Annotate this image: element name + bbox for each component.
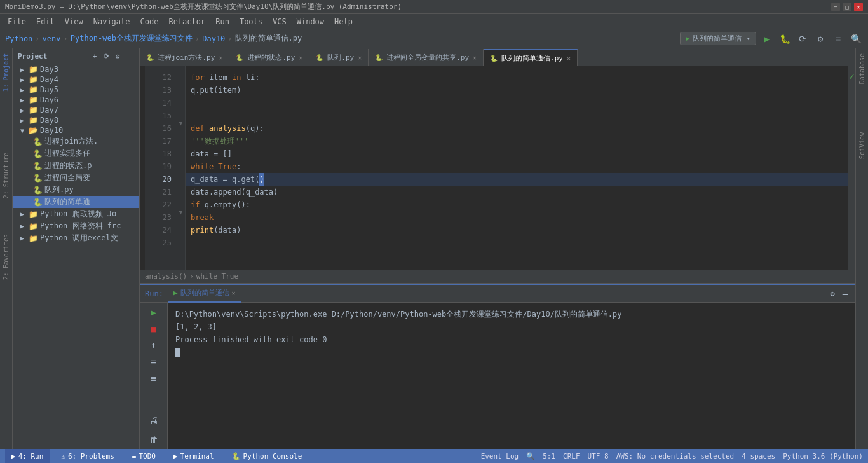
- tree-item-day6[interactable]: ▶ 📁 Day6: [13, 95, 139, 105]
- status-right: Event Log 🔍 5:1 CRLF UTF-8 AWS: No crede…: [481, 452, 863, 460]
- menu-vcs[interactable]: VCS: [268, 14, 292, 29]
- tree-file-queue[interactable]: 🐍 队列.py: [13, 184, 139, 196]
- editor-run-container: 🐍 进程join方法.py ✕ 🐍 进程的状态.py ✕ 🐍 队列.py ✕ 🐍…: [140, 48, 855, 449]
- project-label[interactable]: 1: Project: [1, 48, 11, 97]
- run-tab-close[interactable]: ✕: [232, 289, 236, 296]
- menu-view[interactable]: View: [60, 14, 88, 29]
- run-scroll-top-btn[interactable]: ⬆: [147, 338, 161, 352]
- tab-join[interactable]: 🐍 进程join方法.py ✕: [140, 49, 229, 66]
- run-restart-btn[interactable]: ▶: [147, 305, 161, 319]
- tab-state[interactable]: 🐍 进程的状态.py ✕: [229, 49, 309, 66]
- tree-item-day10[interactable]: ▼ 📂 Day10: [13, 125, 139, 135]
- status-line-ending[interactable]: CRLF: [563, 452, 580, 460]
- sciview-label[interactable]: SciView: [857, 127, 867, 164]
- tree-file-global[interactable]: 🐍 进程间全局变: [13, 172, 139, 184]
- menu-navigate[interactable]: Navigate: [88, 14, 135, 29]
- tree-folder-network[interactable]: ▶ 📁 Python-网络资料 frc: [13, 220, 139, 232]
- sidebar-gear-btn[interactable]: ⚙: [112, 51, 123, 61]
- run-settings-btn[interactable]: ⚙: [827, 289, 837, 299]
- code-area[interactable]: for item in li: q.put(item) def analysis…: [186, 66, 848, 270]
- code-line-15: [186, 109, 848, 122]
- sidebar-add-btn[interactable]: +: [90, 51, 100, 61]
- run-minimize-btn[interactable]: —: [840, 289, 850, 299]
- tree-item-day8[interactable]: ▶ 📁 Day8: [13, 115, 139, 125]
- profile-button[interactable]: ⚙: [813, 32, 827, 46]
- tab-global[interactable]: 🐍 进程间全局变量的共享.py ✕: [369, 49, 484, 66]
- run-tab-queue-comm[interactable]: ▶ 队列的简单通信 ✕: [168, 285, 241, 303]
- sidebar-minus-btn[interactable]: —: [124, 51, 134, 61]
- tab-close-queue[interactable]: ✕: [358, 54, 362, 61]
- coverage-button[interactable]: ⟳: [796, 32, 810, 46]
- tree-item-day5[interactable]: ▶ 📁 Day5: [13, 85, 139, 95]
- database-label[interactable]: Database: [857, 48, 867, 89]
- status-position[interactable]: 5:1: [543, 452, 555, 460]
- bookmark-button[interactable]: ≡: [831, 32, 845, 46]
- status-tab-todo[interactable]: ≡ TODO: [126, 449, 162, 463]
- menu-code[interactable]: Code: [135, 14, 164, 29]
- tree-file-multiprocess[interactable]: 🐍 进程实现多任: [13, 148, 139, 160]
- status-aws[interactable]: AWS: No credentials selected: [616, 452, 734, 460]
- status-encoding[interactable]: UTF-8: [588, 452, 609, 460]
- run-print-btn[interactable]: 🖨: [147, 413, 161, 427]
- tree-file-state[interactable]: 🐍 进程的状态.p: [13, 160, 139, 172]
- menu-file[interactable]: File: [3, 14, 31, 29]
- run-button[interactable]: ▶: [760, 32, 774, 46]
- menu-help[interactable]: Help: [329, 14, 358, 29]
- status-python-version[interactable]: Python 3.6 (Python): [783, 452, 863, 460]
- menu-edit[interactable]: Edit: [31, 14, 60, 29]
- search-button[interactable]: 🔍: [849, 32, 863, 46]
- status-tabs: ▶ 4: Run ⚠ 6: Problems ≡ TODO ▶ Terminal…: [5, 449, 308, 463]
- run-clear-btn[interactable]: 🗑: [147, 432, 161, 446]
- breadcrumb-analysis[interactable]: analysis(): [145, 272, 187, 280]
- tree-folder-excel[interactable]: ▶ 📁 Python-调用excel文: [13, 232, 139, 244]
- breadcrumb-day10[interactable]: Day10: [202, 34, 225, 43]
- run-scroll-btn[interactable]: ≡: [147, 355, 161, 369]
- status-indent[interactable]: 4 spaces: [742, 452, 775, 460]
- menu-window[interactable]: Window: [292, 14, 329, 29]
- blinking-cursor: [175, 348, 180, 357]
- status-tab-run[interactable]: ▶ 4: Run: [5, 449, 50, 463]
- tab-close-queue-comm[interactable]: ✕: [567, 55, 571, 62]
- menu-run[interactable]: Run: [210, 14, 234, 29]
- tab-close-state[interactable]: ✕: [299, 54, 302, 61]
- debug-button[interactable]: 🐛: [778, 32, 792, 46]
- tree-item-day3[interactable]: ▶ 📁 Day3: [13, 64, 139, 74]
- menu-tools[interactable]: Tools: [234, 14, 268, 29]
- maximize-button[interactable]: □: [843, 3, 851, 11]
- menu-refactor[interactable]: Refactor: [163, 14, 210, 29]
- breadcrumb-course[interactable]: Python-web全栈开发课堂练习文件: [71, 33, 193, 44]
- tree-item-day7[interactable]: ▶ 📁 Day7: [13, 105, 139, 115]
- code-line-24: print(data): [186, 224, 848, 237]
- status-tab-python-console[interactable]: 🐍 Python Console: [226, 449, 309, 463]
- tab-close-global[interactable]: ✕: [473, 54, 477, 61]
- status-tab-terminal[interactable]: ▶ Terminal: [167, 449, 220, 463]
- run-settings: ⚙ —: [827, 289, 850, 299]
- tab-close-join[interactable]: ✕: [219, 54, 222, 61]
- tree-file-join[interactable]: 🐍 进程join方法.: [13, 135, 139, 148]
- tree-folder-crawl[interactable]: ▶ 📁 Python-爬取视频 Jo: [13, 208, 139, 220]
- tab-queue[interactable]: 🐍 队列.py ✕: [309, 49, 369, 66]
- fold-gutter: ▼ ▼: [177, 66, 186, 270]
- run-config[interactable]: ▶ 队列的简单通信 ▾: [680, 32, 756, 45]
- event-log[interactable]: Event Log: [481, 452, 519, 460]
- code-line-23: break: [186, 211, 848, 224]
- tree-file-queue-comm[interactable]: 🐍 队列的简单通: [13, 196, 139, 208]
- tree-item-day4[interactable]: ▶ 📁 Day4: [13, 74, 139, 85]
- close-button[interactable]: ✕: [854, 3, 863, 11]
- code-line-14: [186, 97, 848, 109]
- minimize-button[interactable]: ─: [831, 3, 840, 11]
- structure-label[interactable]: 2: Structure: [1, 148, 11, 204]
- status-tab-problems[interactable]: ⚠ 6: Problems: [55, 449, 120, 463]
- toolbar: Python › venv › Python-web全栈开发课堂练习文件 › D…: [0, 29, 868, 48]
- breadcrumb-while[interactable]: while True: [196, 272, 238, 280]
- tab-queue-comm[interactable]: 🐍 队列的简单通信.py ✕: [484, 49, 578, 66]
- breadcrumb-venv[interactable]: venv: [43, 34, 61, 43]
- breadcrumb-file: 队列的简单通信.py: [235, 33, 302, 44]
- sidebar-sync-btn[interactable]: ⟳: [101, 51, 111, 61]
- sidebar-toolbar: + ⟳ ⚙ —: [90, 51, 134, 61]
- breadcrumb-python[interactable]: Python: [5, 34, 32, 43]
- run-settings2-btn[interactable]: ≡: [147, 371, 161, 385]
- output-result: [1, 2, 3]: [175, 321, 848, 333]
- favorites-label[interactable]: 2: Favorites: [1, 229, 11, 285]
- run-stop-btn[interactable]: ■: [147, 322, 161, 336]
